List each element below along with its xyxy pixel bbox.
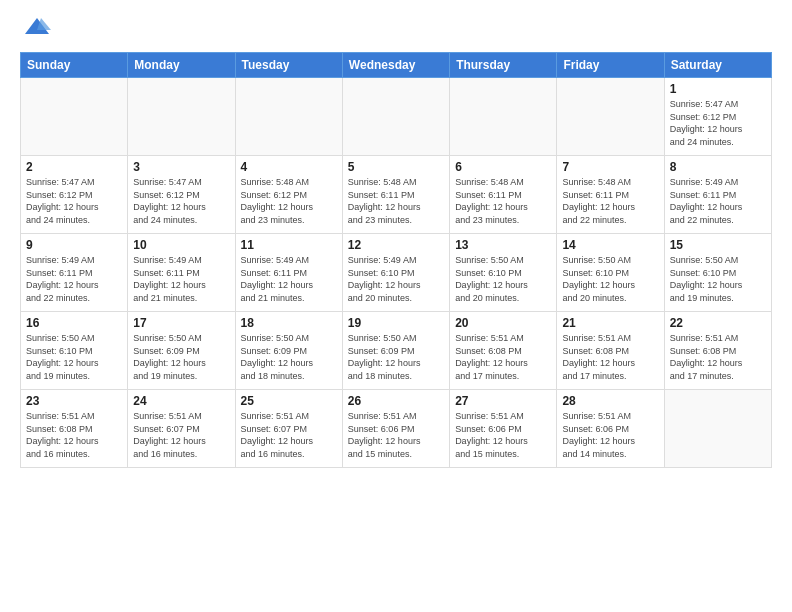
- weekday-header: Friday: [557, 53, 664, 78]
- day-number: 20: [455, 316, 551, 330]
- day-number: 8: [670, 160, 766, 174]
- day-number: 18: [241, 316, 337, 330]
- day-number: 25: [241, 394, 337, 408]
- weekday-header: Thursday: [450, 53, 557, 78]
- day-number: 3: [133, 160, 229, 174]
- calendar-day-cell: [342, 78, 449, 156]
- day-number: 15: [670, 238, 766, 252]
- calendar-day-cell: 14Sunrise: 5:50 AM Sunset: 6:10 PM Dayli…: [557, 234, 664, 312]
- day-number: 21: [562, 316, 658, 330]
- day-number: 23: [26, 394, 122, 408]
- day-number: 27: [455, 394, 551, 408]
- day-info: Sunrise: 5:49 AM Sunset: 6:11 PM Dayligh…: [241, 254, 337, 304]
- weekday-header: Sunday: [21, 53, 128, 78]
- calendar-day-cell: 2Sunrise: 5:47 AM Sunset: 6:12 PM Daylig…: [21, 156, 128, 234]
- day-number: 10: [133, 238, 229, 252]
- day-info: Sunrise: 5:47 AM Sunset: 6:12 PM Dayligh…: [26, 176, 122, 226]
- day-number: 6: [455, 160, 551, 174]
- calendar-day-cell: 3Sunrise: 5:47 AM Sunset: 6:12 PM Daylig…: [128, 156, 235, 234]
- day-info: Sunrise: 5:50 AM Sunset: 6:10 PM Dayligh…: [455, 254, 551, 304]
- calendar-day-cell: [557, 78, 664, 156]
- weekday-header: Tuesday: [235, 53, 342, 78]
- page-header: [20, 18, 772, 42]
- calendar-week-row: 16Sunrise: 5:50 AM Sunset: 6:10 PM Dayli…: [21, 312, 772, 390]
- calendar-day-cell: 4Sunrise: 5:48 AM Sunset: 6:12 PM Daylig…: [235, 156, 342, 234]
- calendar-day-cell: 23Sunrise: 5:51 AM Sunset: 6:08 PM Dayli…: [21, 390, 128, 468]
- day-number: 2: [26, 160, 122, 174]
- day-number: 19: [348, 316, 444, 330]
- day-info: Sunrise: 5:50 AM Sunset: 6:09 PM Dayligh…: [348, 332, 444, 382]
- calendar-week-row: 1Sunrise: 5:47 AM Sunset: 6:12 PM Daylig…: [21, 78, 772, 156]
- day-number: 5: [348, 160, 444, 174]
- day-number: 14: [562, 238, 658, 252]
- day-info: Sunrise: 5:49 AM Sunset: 6:11 PM Dayligh…: [26, 254, 122, 304]
- calendar-day-cell: 7Sunrise: 5:48 AM Sunset: 6:11 PM Daylig…: [557, 156, 664, 234]
- day-info: Sunrise: 5:51 AM Sunset: 6:08 PM Dayligh…: [670, 332, 766, 382]
- calendar-day-cell: 25Sunrise: 5:51 AM Sunset: 6:07 PM Dayli…: [235, 390, 342, 468]
- calendar-day-cell: 5Sunrise: 5:48 AM Sunset: 6:11 PM Daylig…: [342, 156, 449, 234]
- day-info: Sunrise: 5:51 AM Sunset: 6:08 PM Dayligh…: [455, 332, 551, 382]
- day-number: 22: [670, 316, 766, 330]
- day-number: 24: [133, 394, 229, 408]
- logo: [20, 18, 51, 42]
- calendar-week-row: 9Sunrise: 5:49 AM Sunset: 6:11 PM Daylig…: [21, 234, 772, 312]
- day-info: Sunrise: 5:47 AM Sunset: 6:12 PM Dayligh…: [670, 98, 766, 148]
- calendar-day-cell: 20Sunrise: 5:51 AM Sunset: 6:08 PM Dayli…: [450, 312, 557, 390]
- day-info: Sunrise: 5:51 AM Sunset: 6:08 PM Dayligh…: [562, 332, 658, 382]
- calendar-day-cell: 28Sunrise: 5:51 AM Sunset: 6:06 PM Dayli…: [557, 390, 664, 468]
- day-number: 11: [241, 238, 337, 252]
- calendar-day-cell: 19Sunrise: 5:50 AM Sunset: 6:09 PM Dayli…: [342, 312, 449, 390]
- calendar-day-cell: 22Sunrise: 5:51 AM Sunset: 6:08 PM Dayli…: [664, 312, 771, 390]
- day-info: Sunrise: 5:50 AM Sunset: 6:10 PM Dayligh…: [562, 254, 658, 304]
- calendar-day-cell: 16Sunrise: 5:50 AM Sunset: 6:10 PM Dayli…: [21, 312, 128, 390]
- calendar-day-cell: 15Sunrise: 5:50 AM Sunset: 6:10 PM Dayli…: [664, 234, 771, 312]
- day-info: Sunrise: 5:49 AM Sunset: 6:11 PM Dayligh…: [133, 254, 229, 304]
- day-number: 16: [26, 316, 122, 330]
- day-info: Sunrise: 5:49 AM Sunset: 6:11 PM Dayligh…: [670, 176, 766, 226]
- day-info: Sunrise: 5:51 AM Sunset: 6:08 PM Dayligh…: [26, 410, 122, 460]
- day-number: 9: [26, 238, 122, 252]
- calendar-week-row: 23Sunrise: 5:51 AM Sunset: 6:08 PM Dayli…: [21, 390, 772, 468]
- day-info: Sunrise: 5:51 AM Sunset: 6:06 PM Dayligh…: [562, 410, 658, 460]
- calendar-day-cell: 9Sunrise: 5:49 AM Sunset: 6:11 PM Daylig…: [21, 234, 128, 312]
- svg-marker-1: [37, 18, 51, 30]
- calendar-day-cell: [664, 390, 771, 468]
- day-info: Sunrise: 5:48 AM Sunset: 6:12 PM Dayligh…: [241, 176, 337, 226]
- day-number: 7: [562, 160, 658, 174]
- day-info: Sunrise: 5:51 AM Sunset: 6:07 PM Dayligh…: [133, 410, 229, 460]
- weekday-header: Monday: [128, 53, 235, 78]
- calendar-header-row: SundayMondayTuesdayWednesdayThursdayFrid…: [21, 53, 772, 78]
- calendar-day-cell: [21, 78, 128, 156]
- calendar-day-cell: [128, 78, 235, 156]
- day-info: Sunrise: 5:50 AM Sunset: 6:10 PM Dayligh…: [26, 332, 122, 382]
- day-info: Sunrise: 5:51 AM Sunset: 6:07 PM Dayligh…: [241, 410, 337, 460]
- calendar-day-cell: 21Sunrise: 5:51 AM Sunset: 6:08 PM Dayli…: [557, 312, 664, 390]
- weekday-header: Saturday: [664, 53, 771, 78]
- calendar-day-cell: 24Sunrise: 5:51 AM Sunset: 6:07 PM Dayli…: [128, 390, 235, 468]
- day-number: 1: [670, 82, 766, 96]
- calendar-table: SundayMondayTuesdayWednesdayThursdayFrid…: [20, 52, 772, 468]
- day-number: 13: [455, 238, 551, 252]
- calendar-day-cell: 27Sunrise: 5:51 AM Sunset: 6:06 PM Dayli…: [450, 390, 557, 468]
- day-info: Sunrise: 5:48 AM Sunset: 6:11 PM Dayligh…: [562, 176, 658, 226]
- calendar-day-cell: [235, 78, 342, 156]
- calendar-week-row: 2Sunrise: 5:47 AM Sunset: 6:12 PM Daylig…: [21, 156, 772, 234]
- calendar-day-cell: 17Sunrise: 5:50 AM Sunset: 6:09 PM Dayli…: [128, 312, 235, 390]
- day-number: 26: [348, 394, 444, 408]
- day-info: Sunrise: 5:48 AM Sunset: 6:11 PM Dayligh…: [455, 176, 551, 226]
- calendar-day-cell: 10Sunrise: 5:49 AM Sunset: 6:11 PM Dayli…: [128, 234, 235, 312]
- day-info: Sunrise: 5:51 AM Sunset: 6:06 PM Dayligh…: [348, 410, 444, 460]
- calendar-day-cell: 6Sunrise: 5:48 AM Sunset: 6:11 PM Daylig…: [450, 156, 557, 234]
- day-info: Sunrise: 5:51 AM Sunset: 6:06 PM Dayligh…: [455, 410, 551, 460]
- calendar-day-cell: 18Sunrise: 5:50 AM Sunset: 6:09 PM Dayli…: [235, 312, 342, 390]
- day-number: 4: [241, 160, 337, 174]
- calendar-day-cell: [450, 78, 557, 156]
- weekday-header: Wednesday: [342, 53, 449, 78]
- day-info: Sunrise: 5:50 AM Sunset: 6:10 PM Dayligh…: [670, 254, 766, 304]
- day-number: 12: [348, 238, 444, 252]
- day-info: Sunrise: 5:49 AM Sunset: 6:10 PM Dayligh…: [348, 254, 444, 304]
- calendar-day-cell: 8Sunrise: 5:49 AM Sunset: 6:11 PM Daylig…: [664, 156, 771, 234]
- calendar-day-cell: 1Sunrise: 5:47 AM Sunset: 6:12 PM Daylig…: [664, 78, 771, 156]
- calendar-day-cell: 13Sunrise: 5:50 AM Sunset: 6:10 PM Dayli…: [450, 234, 557, 312]
- day-number: 17: [133, 316, 229, 330]
